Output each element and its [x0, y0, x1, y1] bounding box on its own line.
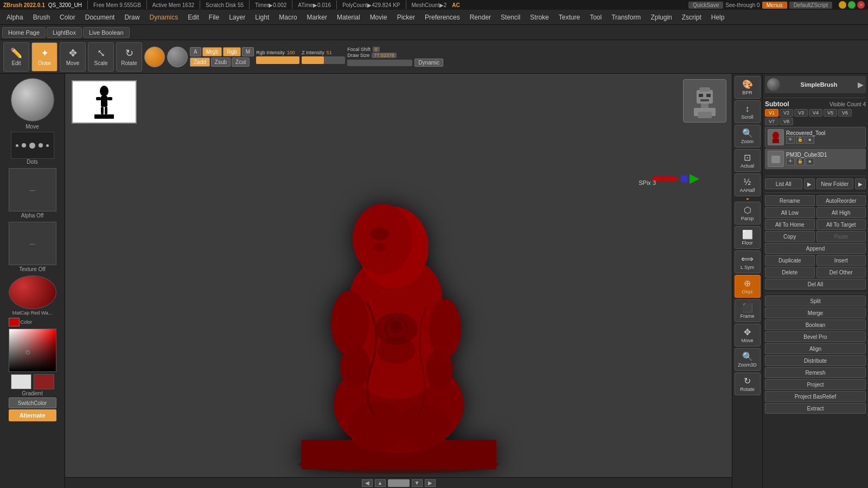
scroll-btn[interactable]: ↕ Scroll — [735, 100, 761, 123]
m-btn[interactable]: M — [242, 47, 254, 56]
parsp-btn[interactable]: ⬡ Parsp — [735, 202, 761, 224]
actual-btn[interactable]: ⊡ Actual — [735, 149, 761, 172]
menu-edit[interactable]: Edit — [183, 12, 203, 23]
zoom-btn[interactable]: 🔍 Zoom — [735, 125, 761, 147]
material-sphere[interactable] — [167, 47, 188, 67]
canvas-arrow-right[interactable]: ▶ — [425, 479, 436, 487]
delete-btn[interactable]: Delete — [765, 267, 815, 278]
canvas-arrow-left[interactable]: ◀ — [362, 479, 373, 487]
simple-brush-header[interactable]: SimpleBrush ▶ — [765, 76, 866, 93]
tab-v5[interactable]: V5 — [824, 109, 837, 117]
tab-v6[interactable]: V6 — [838, 109, 852, 117]
menu-preferences[interactable]: Preferences — [420, 12, 464, 23]
rotate-btn[interactable]: ↻ Rotate — [116, 42, 142, 72]
project-btn[interactable]: Project — [765, 379, 866, 390]
menu-material[interactable]: Material — [333, 12, 365, 23]
menu-layer[interactable]: Layer — [225, 12, 250, 23]
zcut-btn[interactable]: Zcut — [232, 57, 250, 67]
menus-btn[interactable]: Menus — [762, 2, 787, 9]
focal-bar[interactable] — [347, 60, 412, 66]
thumbnail[interactable] — [72, 80, 137, 124]
menu-file[interactable]: File — [205, 12, 224, 23]
toggle-lock-1[interactable]: 🔓 — [796, 136, 805, 144]
duplicate-btn[interactable]: Duplicate — [765, 255, 815, 266]
rgb-btn[interactable]: Rgb — [223, 47, 240, 56]
del-other-btn[interactable]: Del Other — [816, 267, 866, 278]
maximize-button[interactable]: □ — [848, 1, 856, 9]
merge-btn[interactable]: Merge — [765, 307, 866, 318]
menu-document[interactable]: Document — [81, 12, 119, 23]
align-btn[interactable]: Align — [765, 343, 866, 354]
menu-stencil[interactable]: Stencil — [496, 12, 525, 23]
menu-color[interactable]: Color — [55, 12, 80, 23]
lsym-btn[interactable]: ⟺ L Sym — [735, 251, 761, 273]
model-preview[interactable] — [683, 79, 726, 123]
auto-reorder-btn[interactable]: AutoReorder — [816, 195, 866, 206]
menu-movie[interactable]: Movie — [366, 12, 392, 23]
floor-btn[interactable]: ⬜ Floor — [735, 226, 761, 249]
menu-help[interactable]: Help — [707, 12, 729, 23]
color-swatch-white[interactable] — [11, 374, 31, 389]
toggle-lock-2[interactable]: 🔓 — [796, 158, 805, 165]
rgb-intensity-slider[interactable] — [256, 56, 299, 64]
split-btn[interactable]: Split — [765, 296, 866, 306]
rotate3d-btn[interactable]: ↻ Rotate — [735, 373, 761, 395]
home-page-btn[interactable]: Home Page — [2, 27, 46, 38]
tab-v3[interactable]: V3 — [794, 109, 808, 117]
tab-v4[interactable]: V4 — [809, 109, 822, 117]
menu-picker[interactable]: Picker — [393, 12, 419, 23]
color-swatch-red[interactable] — [34, 374, 54, 389]
oxyz-btn[interactable]: ⊕ Oxyz — [735, 275, 761, 298]
folder-arrow-btn[interactable]: ▶ — [855, 178, 866, 189]
minimize-button[interactable]: — — [839, 1, 846, 9]
tab-v2[interactable]: V2 — [780, 109, 793, 117]
toggle-color-2[interactable]: ■ — [806, 158, 814, 165]
menu-stroke[interactable]: Stroke — [526, 12, 553, 23]
toggle-eye-2[interactable]: 👁 — [786, 158, 795, 165]
menu-dynamics[interactable]: Dynamics — [145, 12, 182, 23]
menu-alpha[interactable]: Alpha — [2, 12, 28, 23]
list-all-btn[interactable]: List All — [765, 178, 802, 189]
extract-btn[interactable]: Extract — [765, 403, 866, 414]
close-button[interactable]: ✕ — [857, 1, 865, 9]
dots-preview[interactable] — [11, 132, 54, 159]
draw-btn[interactable]: ✦ Draw — [31, 42, 58, 72]
default-zscript[interactable]: DefaultZScript — [789, 2, 832, 9]
all-to-target-btn[interactable]: All To Target — [816, 219, 866, 230]
canvas-arrow-up[interactable]: ▲ — [375, 479, 386, 487]
tab-v1[interactable]: V1 — [765, 109, 778, 117]
new-folder-btn[interactable]: New Folder — [816, 178, 854, 189]
list-arrow-btn[interactable]: ▶ — [804, 178, 815, 189]
a-btn[interactable]: A — [190, 47, 201, 56]
subtool-item-1[interactable]: Recovered_Tool 👁 🔓 ■ — [765, 127, 866, 147]
all-high-btn[interactable]: All High — [816, 207, 866, 218]
bevel-pro-btn[interactable]: Bevel Pro — [765, 331, 866, 342]
copy-btn[interactable]: Copy — [765, 231, 815, 242]
zoom3d-btn[interactable]: 🔍 Zoom3D — [735, 348, 761, 371]
alpha-preview[interactable]: — — [9, 168, 56, 211]
zadd-btn[interactable]: Zadd — [190, 57, 210, 67]
alternate-btn[interactable]: Alternate — [9, 409, 56, 421]
live-boolean-btn[interactable]: Live Boolean — [83, 27, 130, 38]
menu-tool[interactable]: Tool — [585, 12, 606, 23]
distribute-btn[interactable]: Distribute — [765, 355, 866, 366]
menu-marker[interactable]: Marker — [303, 12, 331, 23]
color-picker[interactable] — [9, 329, 56, 372]
del-all-btn[interactable]: Del All — [765, 279, 866, 290]
edit-btn[interactable]: ✏️ Edit — [3, 42, 29, 72]
canvas-scroll-thumb[interactable] — [388, 479, 410, 487]
move3d-btn[interactable]: ✥ Move — [735, 324, 761, 346]
insert-btn[interactable]: Insert — [816, 255, 866, 266]
zsub-btn[interactable]: Zsub — [211, 57, 231, 67]
menu-draw[interactable]: Draw — [120, 12, 144, 23]
brush-preview[interactable] — [11, 78, 54, 121]
toggle-eye-1[interactable]: 👁 — [786, 136, 795, 144]
menu-brush[interactable]: Brush — [29, 12, 54, 23]
menu-transform[interactable]: Transform — [607, 12, 645, 23]
aahalf-btn[interactable]: ½ AAHalf — [735, 174, 761, 196]
toggle-color-1[interactable]: ■ — [806, 136, 814, 144]
scale-btn[interactable]: ⤡ Scale — [88, 42, 114, 72]
canvas-arrow-down[interactable]: ▼ — [412, 479, 423, 487]
rename-btn[interactable]: Rename — [765, 195, 815, 206]
foreground-color[interactable] — [9, 318, 20, 326]
